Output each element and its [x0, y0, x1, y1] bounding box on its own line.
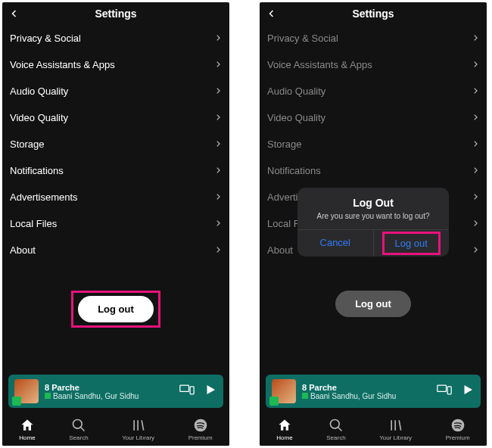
settings-item-label: Audio Quality	[267, 86, 325, 97]
settings-item-label: Storage	[10, 138, 45, 150]
logout-button[interactable]: Log out	[335, 291, 411, 317]
nav-premium[interactable]: Premium	[446, 418, 470, 441]
settings-item-privacy[interactable]: Privacy & Social	[10, 25, 222, 51]
settings-item-label: Storage	[267, 138, 302, 150]
play-icon[interactable]	[204, 383, 217, 400]
chevron-right-icon	[472, 165, 479, 176]
settings-item-video[interactable]: Video Quality	[10, 104, 222, 131]
track-title: 8 Parche	[302, 383, 432, 392]
bottom-nav: Home Search Your Library Premium	[260, 411, 487, 446]
chevron-right-icon	[472, 191, 479, 203]
now-playing-info: 8 Parche Baani Sandhu, Gur Sidhu	[45, 383, 175, 400]
nav-search[interactable]: Search	[69, 418, 88, 441]
chevron-right-icon	[472, 218, 479, 229]
chevron-right-icon	[472, 244, 479, 256]
nav-label: Search	[69, 434, 88, 441]
svg-rect-0	[180, 385, 189, 391]
header: Settings	[2, 2, 229, 25]
logout-area: Log out	[2, 291, 229, 328]
settings-item-localfiles[interactable]: Local Files	[10, 210, 222, 237]
settings-item-label: Local Files	[10, 218, 57, 229]
nav-label: Home	[276, 434, 292, 441]
nav-library[interactable]: Your Library	[122, 418, 154, 441]
page-title: Settings	[352, 8, 394, 20]
settings-item-audio[interactable]: Audio Quality	[10, 78, 222, 104]
logout-dialog: Log Out Are you sure you want to log out…	[297, 188, 449, 257]
nav-label: Search	[326, 434, 345, 441]
track-artist: Baani Sandhu, Gur Sidhu	[302, 392, 432, 400]
track-artist: Baani Sandhu, Gur Sidhu	[45, 392, 175, 400]
play-icon[interactable]	[461, 383, 475, 400]
now-playing-info: 8 Parche Baani Sandhu, Gur Sidhu	[302, 383, 432, 400]
album-art	[14, 379, 39, 403]
nav-premium[interactable]: Premium	[188, 418, 213, 441]
header: Settings	[260, 2, 487, 25]
settings-item-label: Privacy & Social	[267, 33, 338, 44]
settings-item-label: Video Quality	[10, 112, 68, 123]
devices-icon[interactable]	[179, 384, 195, 398]
chevron-right-icon	[214, 33, 222, 44]
settings-item-label: Voice Assistants & Apps	[267, 59, 372, 70]
dialog-cancel-button[interactable]: Cancel	[297, 230, 374, 257]
settings-item-label: Voice Assistants & Apps	[10, 59, 115, 70]
svg-marker-2	[207, 385, 216, 394]
chevron-right-icon	[214, 191, 222, 203]
settings-item-ads[interactable]: Advertisements	[10, 184, 222, 210]
dialog-logout-button[interactable]: Log out	[395, 238, 428, 249]
settings-item-audio[interactable]: Audio Quality	[267, 78, 479, 104]
settings-list: Privacy & Social Voice Assistants & Apps…	[2, 25, 229, 263]
settings-item-label: About	[267, 244, 293, 256]
chevron-right-icon	[214, 138, 222, 150]
settings-item-notifications[interactable]: Notifications	[10, 157, 222, 184]
chevron-right-icon	[472, 138, 479, 150]
settings-item-about[interactable]: About	[10, 237, 222, 263]
svg-rect-10	[447, 387, 451, 394]
chevron-right-icon	[472, 86, 479, 97]
settings-screen-dialog: Settings Privacy & Social Voice Assistan…	[260, 2, 487, 446]
back-button[interactable]	[8, 8, 20, 20]
settings-item-label: Video Quality	[267, 112, 325, 123]
highlight-box: Log out	[382, 232, 441, 255]
nav-label: Premium	[188, 434, 213, 441]
dialog-confirm-wrap: Log out	[374, 230, 450, 257]
svg-line-4	[80, 427, 84, 431]
logout-button[interactable]: Log out	[78, 296, 154, 322]
settings-item-notifications[interactable]: Notifications	[267, 157, 479, 184]
logout-area: Log out	[260, 291, 487, 317]
nav-library[interactable]: Your Library	[379, 418, 412, 441]
chevron-right-icon	[214, 59, 222, 70]
now-playing-bar[interactable]: 8 Parche Baani Sandhu, Gur Sidhu	[266, 375, 481, 408]
dialog-buttons: Cancel Log out	[297, 229, 449, 257]
nav-home[interactable]: Home	[276, 418, 292, 441]
chevron-right-icon	[472, 112, 479, 123]
svg-point-12	[330, 419, 339, 428]
devices-icon[interactable]	[437, 384, 452, 398]
settings-item-storage[interactable]: Storage	[10, 131, 222, 157]
chevron-right-icon	[472, 33, 479, 44]
settings-item-label: Privacy & Social	[10, 33, 81, 44]
settings-item-storage[interactable]: Storage	[267, 131, 479, 157]
nav-home[interactable]: Home	[19, 418, 35, 441]
nav-search[interactable]: Search	[326, 418, 345, 441]
nav-label: Your Library	[379, 434, 412, 441]
settings-item-privacy[interactable]: Privacy & Social	[267, 25, 479, 51]
settings-item-label: Notifications	[267, 165, 321, 176]
now-playing-actions	[179, 383, 217, 400]
svg-line-7	[142, 420, 144, 430]
bottom-nav: Home Search Your Library Premium	[2, 411, 229, 446]
chevron-right-icon	[214, 165, 222, 176]
settings-item-label: Notifications	[10, 165, 64, 176]
chevron-right-icon	[214, 218, 222, 229]
svg-marker-11	[465, 385, 473, 394]
settings-item-video[interactable]: Video Quality	[267, 104, 479, 131]
svg-rect-1	[190, 387, 194, 394]
dialog-message: Are you sure you want to log out?	[297, 209, 449, 229]
track-title: 8 Parche	[45, 383, 175, 392]
settings-item-voice[interactable]: Voice Assistants & Apps	[267, 51, 479, 78]
chevron-right-icon	[214, 244, 222, 256]
settings-screen-before: Settings Privacy & Social Voice Assistan…	[2, 2, 229, 446]
svg-point-3	[73, 419, 82, 428]
back-button[interactable]	[266, 8, 278, 20]
now-playing-bar[interactable]: 8 Parche Baani Sandhu, Gur Sidhu	[8, 375, 223, 408]
settings-item-voice[interactable]: Voice Assistants & Apps	[10, 51, 222, 78]
